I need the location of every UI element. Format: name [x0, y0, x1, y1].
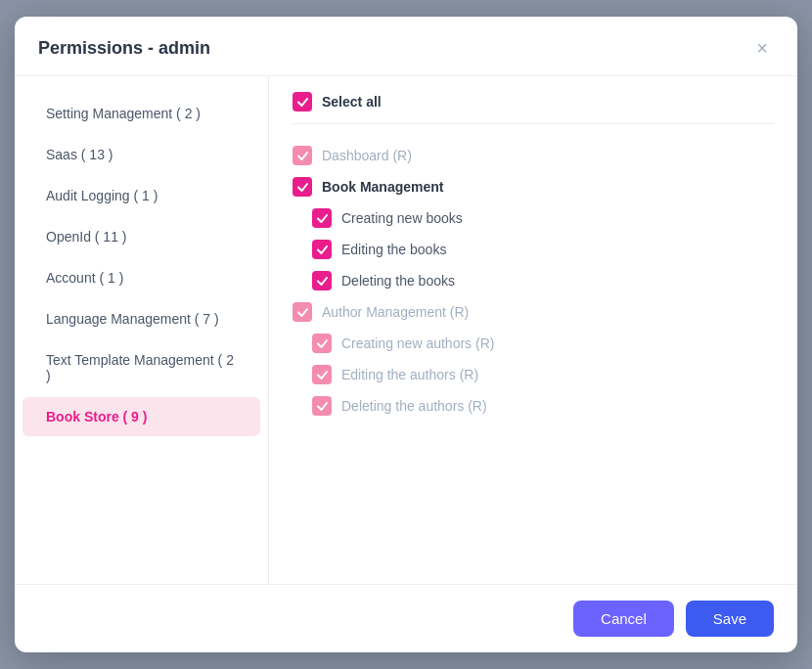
permission-label-7: Editing the authors (R)	[341, 367, 478, 382]
select-all-checkbox[interactable]	[293, 92, 312, 112]
permission-row-4: Deleting the books	[293, 265, 774, 296]
permissions-modal: Permissions - admin × Setting Management…	[15, 17, 797, 652]
permission-row-1: Book Management	[293, 171, 774, 202]
sidebar-item-7[interactable]: Book Store ( 9 )	[23, 397, 260, 436]
permission-label-5: Author Management (R)	[322, 304, 469, 320]
close-button[interactable]: ×	[750, 36, 774, 60]
permission-checkbox-2[interactable]	[312, 208, 332, 228]
permission-label-3: Editing the books	[341, 242, 446, 257]
permission-label-0: Dashboard (R)	[322, 148, 412, 163]
permission-checkbox-6[interactable]	[312, 334, 332, 353]
permission-label-6: Creating new authors (R)	[341, 335, 494, 351]
permission-row-5: Author Management (R)	[293, 296, 774, 328]
permission-checkbox-8[interactable]	[312, 396, 332, 416]
permission-checkbox-4[interactable]	[312, 271, 332, 290]
permission-row-6: Creating new authors (R)	[293, 328, 774, 359]
permission-checkbox-1[interactable]	[293, 177, 312, 197]
select-all-row: Select all	[293, 92, 774, 124]
content-area: Select all Dashboard (R)Book ManagementC…	[269, 76, 797, 584]
permission-row-3: Editing the books	[293, 234, 774, 265]
permission-checkbox-5[interactable]	[293, 302, 312, 322]
permission-checkbox-3[interactable]	[312, 240, 332, 259]
permission-label-4: Deleting the books	[341, 273, 455, 289]
content-scroll: Select all Dashboard (R)Book ManagementC…	[269, 76, 797, 584]
sidebar-item-1[interactable]: Saas ( 13 )	[23, 135, 260, 174]
sidebar-item-5[interactable]: Language Management ( 7 )	[23, 299, 260, 338]
permissions-sidebar: Setting Management ( 2 )Saas ( 13 )Audit…	[15, 76, 269, 584]
cancel-button[interactable]: Cancel	[573, 601, 674, 637]
modal-footer: Cancel Save	[15, 584, 797, 652]
sidebar-item-4[interactable]: Account ( 1 )	[23, 258, 260, 297]
permission-label-8: Deleting the authors (R)	[341, 398, 487, 414]
sidebar-item-0[interactable]: Setting Management ( 2 )	[23, 94, 260, 133]
permission-label-2: Creating new books	[341, 210, 463, 226]
sidebar-item-6[interactable]: Text Template Management ( 2 )	[23, 340, 260, 395]
permission-row-7: Editing the authors (R)	[293, 359, 774, 390]
sidebar-item-3[interactable]: OpenId ( 11 )	[23, 217, 260, 256]
permissions-list: Dashboard (R)Book ManagementCreating new…	[293, 140, 774, 422]
modal-body: Setting Management ( 2 )Saas ( 13 )Audit…	[15, 76, 797, 584]
permission-checkbox-0[interactable]	[293, 146, 312, 165]
save-button[interactable]: Save	[686, 601, 774, 637]
permission-row-8: Deleting the authors (R)	[293, 390, 774, 422]
permission-checkbox-7[interactable]	[312, 365, 332, 384]
modal-overlay: Permissions - admin × Setting Management…	[0, 0, 812, 669]
permission-row-2: Creating new books	[293, 202, 774, 234]
modal-title: Permissions - admin	[38, 38, 210, 59]
permission-row-0: Dashboard (R)	[293, 140, 774, 171]
modal-header: Permissions - admin ×	[15, 17, 797, 76]
select-all-label: Select all	[322, 94, 382, 110]
permission-label-1: Book Management	[322, 179, 443, 195]
sidebar-item-2[interactable]: Audit Logging ( 1 )	[23, 176, 260, 215]
